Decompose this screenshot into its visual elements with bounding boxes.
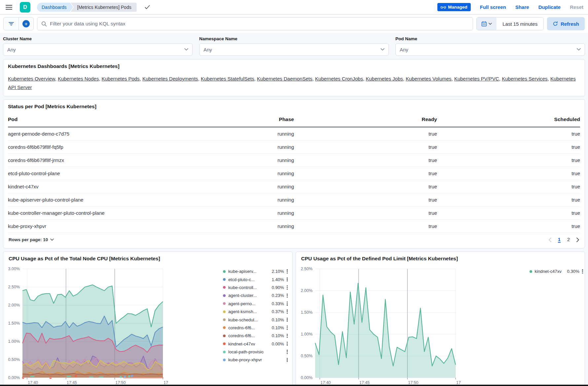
legend-actions-icon[interactable] xyxy=(287,302,288,306)
managed-badge-label: Managed xyxy=(448,5,467,10)
svg-text:2.00%: 2.00% xyxy=(301,288,312,293)
legend-actions-icon[interactable] xyxy=(287,326,288,330)
legend-actions-icon[interactable] xyxy=(287,294,288,298)
svg-text:17:40: 17:40 xyxy=(28,380,38,385)
legend-item[interactable]: kindnet-c47xv0.30% xyxy=(530,268,583,275)
dashboard-link[interactable]: Kubernetes Pods xyxy=(102,76,140,81)
legend-item[interactable]: kube-controll...0.90% xyxy=(223,283,288,291)
dashboard-controls: Cluster Name Any Namespace Name Any Pod … xyxy=(3,36,585,56)
legend-item[interactable]: kube-apiserv...2.10% xyxy=(223,268,288,275)
legend-series-label: etcd-pluto-c... xyxy=(228,277,255,282)
full-screen-button[interactable]: Full screen xyxy=(480,4,506,10)
pod-status-table: Pod Phase Ready Scheduled agent-pernode-… xyxy=(8,112,580,233)
dashboard-link[interactable]: Kubernetes Jobs xyxy=(366,76,403,81)
filter-menu-button[interactable] xyxy=(4,17,18,30)
panel-title: CPU Usage as Pct of the Defined Pod Limi… xyxy=(298,256,582,262)
kql-search-bar[interactable] xyxy=(37,17,473,30)
dashboard-link[interactable]: Kubernetes PV/PVC xyxy=(454,76,499,81)
svg-text:17:55: 17:55 xyxy=(456,380,461,385)
saved-check-icon[interactable] xyxy=(145,5,150,9)
app-logo[interactable]: D xyxy=(20,2,30,13)
legend-item[interactable]: kindnet-c47xv0.00% xyxy=(223,340,288,348)
legend-item[interactable]: kube-schedul...0.10% xyxy=(223,316,288,324)
column-header-pod[interactable]: Pod xyxy=(8,112,191,127)
dashboard-link[interactable]: Kubernetes CronJobs xyxy=(315,76,363,81)
calendar-dropdown-button[interactable] xyxy=(477,17,496,30)
legend-item[interactable]: coredns-6f6...0.10% xyxy=(223,332,288,340)
select-value: Any xyxy=(203,47,212,52)
time-range-value[interactable]: Last 15 minutes xyxy=(496,17,543,30)
dashboard-link[interactable]: Kubernetes Services xyxy=(502,76,547,81)
legend-actions-icon[interactable] xyxy=(287,277,288,282)
page-button-1[interactable]: 1 xyxy=(558,237,561,243)
menu-icon[interactable] xyxy=(5,3,13,12)
column-header-phase[interactable]: Phase xyxy=(191,112,294,127)
legend-series-label: coredns-6f6... xyxy=(228,325,255,330)
dashboard-links: Kubernetes Overview, Kubernetes Nodes, K… xyxy=(8,75,580,92)
legend-item[interactable]: agent-cluster...0.23% xyxy=(223,292,288,300)
svg-text:17:45: 17:45 xyxy=(359,380,369,385)
legend-series-label: kindnet-c47xv xyxy=(535,269,562,274)
legend-series-value: 0.33% xyxy=(258,301,284,306)
control-pod-name: Pod Name Any xyxy=(395,36,585,56)
duplicate-button[interactable]: Duplicate xyxy=(538,4,561,10)
legend-actions-icon[interactable] xyxy=(287,350,288,354)
status-cell: running xyxy=(191,193,294,206)
rows-per-page-button[interactable]: Rows per page: 10 xyxy=(9,237,54,242)
share-button[interactable]: Share xyxy=(515,4,529,10)
legend-actions-icon[interactable] xyxy=(287,318,288,322)
legend-series-dot xyxy=(223,270,226,273)
status-cell: true xyxy=(294,167,437,180)
namespace-name-select[interactable]: Any xyxy=(199,43,389,56)
managed-badge[interactable]: Managed xyxy=(437,3,471,11)
legend-item[interactable]: coredns-6f6...0.10% xyxy=(223,324,288,332)
breadcrumb-dashboards[interactable]: Dashboards xyxy=(37,3,73,12)
legend-series-dot xyxy=(223,310,226,313)
table-row: kube-proxy-xhpvrrunningtruetrue xyxy=(8,219,580,233)
breadcrumb: Dashboards [Metrics Kubernetes] Pods xyxy=(37,3,137,12)
area-chart: 0.00%0.50%1.00%1.50%2.00%2.50%3.00%17:40… xyxy=(5,262,168,386)
svg-text:2.50%: 2.50% xyxy=(301,267,312,271)
legend-item[interactable]: agent-ksmsh...0.37% xyxy=(223,307,288,315)
top-navigation-bar: D Dashboards [Metrics Kubernetes] Pods M… xyxy=(0,0,588,15)
dashboard-link[interactable]: Kubernetes DaemonSets xyxy=(257,76,312,81)
next-page-button[interactable] xyxy=(576,238,579,242)
legend-series-label: local-path-provision... xyxy=(228,349,263,354)
kql-search-input[interactable] xyxy=(50,21,469,27)
kubernetes-dashboards-panel: Kubernetes Dashboards [Metrics Kubernete… xyxy=(3,59,585,96)
svg-text:2.50%: 2.50% xyxy=(8,285,20,289)
control-label: Pod Name xyxy=(395,36,585,41)
legend-item[interactable]: local-path-provision... xyxy=(223,348,288,356)
legend-actions-icon[interactable] xyxy=(287,285,288,290)
previous-page-button[interactable] xyxy=(548,238,551,242)
pod-name-select[interactable]: Any xyxy=(395,43,585,56)
rows-per-page-label: Rows per page: 10 xyxy=(9,237,48,242)
dashboard-link[interactable]: Kubernetes Volumes xyxy=(406,76,451,81)
status-per-pod-panel: Status per Pod [Metrics Kubernetes] Pod … xyxy=(3,99,585,248)
legend-actions-icon[interactable] xyxy=(287,309,288,314)
legend-series-value: 1.40% xyxy=(257,277,284,282)
legend-actions-icon[interactable] xyxy=(287,269,288,273)
column-header-scheduled[interactable]: Scheduled xyxy=(437,112,580,127)
dashboard-link[interactable]: Kubernetes Deployments xyxy=(142,76,198,81)
legend-actions-icon[interactable] xyxy=(287,334,288,338)
add-filter-button[interactable]: + xyxy=(18,17,33,30)
legend-item[interactable]: kube-proxy-xhpvr xyxy=(223,356,288,364)
legend-item[interactable]: agent-perno...0.33% xyxy=(223,300,288,307)
charts-row: CPU Usage as Pct of the Total Node CPU [… xyxy=(3,251,585,386)
reset-button[interactable]: Reset xyxy=(570,4,583,10)
status-cell: true xyxy=(437,180,580,193)
page-button-2[interactable]: 2 xyxy=(567,237,570,243)
legend-actions-icon[interactable] xyxy=(287,358,288,362)
dashboard-link[interactable]: Kubernetes StatefulSets xyxy=(201,76,254,81)
legend-item[interactable]: etcd-pluto-c...1.40% xyxy=(223,275,288,283)
status-cell: true xyxy=(437,193,580,206)
cluster-name-select[interactable]: Any xyxy=(3,43,193,56)
legend-actions-icon[interactable] xyxy=(582,269,583,273)
legend-actions-icon[interactable] xyxy=(287,342,288,346)
refresh-button[interactable]: Refresh xyxy=(547,17,585,30)
dashboard-link[interactable]: Kubernetes Nodes xyxy=(58,76,99,81)
calendar-icon xyxy=(481,21,487,27)
column-header-ready[interactable]: Ready xyxy=(294,112,437,127)
dashboard-link[interactable]: Kubernetes Overview xyxy=(8,76,55,81)
